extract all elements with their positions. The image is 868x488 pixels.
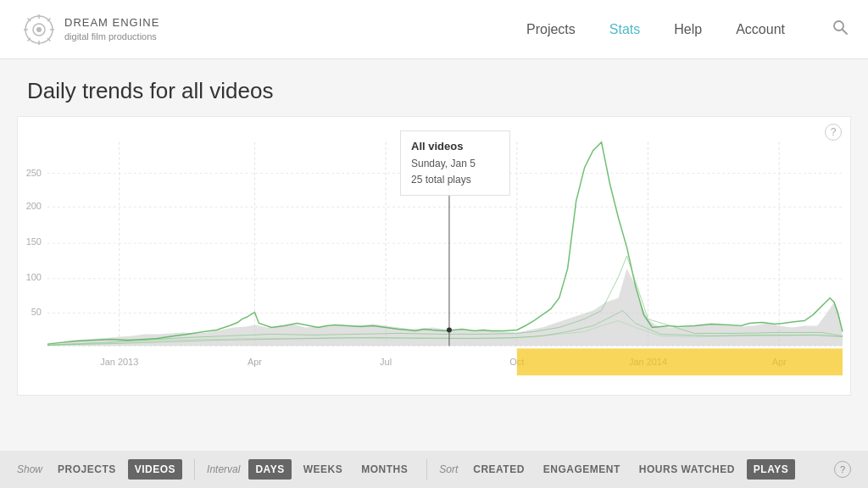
sort-hours-watched-button[interactable]: HOURS WATCHED <box>632 459 742 480</box>
sort-plays-button[interactable]: PLAYS <box>747 459 795 480</box>
nav-account[interactable]: Account <box>736 22 785 37</box>
header: DREAM ENGINE digital film productions Pr… <box>0 0 868 59</box>
nav-help[interactable]: Help <box>674 22 702 37</box>
svg-text:100: 100 <box>26 272 42 282</box>
logo-icon <box>20 11 58 48</box>
interval-label: Interval <box>207 463 240 475</box>
tooltip-title: All videos <box>411 138 499 156</box>
show-videos-button[interactable]: VIDEOS <box>128 459 182 480</box>
interval-weeks-button[interactable]: WEEKS <box>297 459 350 480</box>
bottom-bar: Show PROJECTS VIDEOS Interval DAYS WEEKS… <box>0 451 868 488</box>
show-label: Show <box>17 463 42 475</box>
tooltip-date: Sunday, Jan 5 <box>411 156 499 172</box>
svg-text:Apr: Apr <box>248 357 262 367</box>
page-title-area: Daily trends for all videos <box>0 59 868 116</box>
chart-container: ? All videos Sunday, Jan 5 25 total play… <box>17 116 851 396</box>
interval-months-button[interactable]: MONTHS <box>354 459 415 480</box>
chart-tooltip: All videos Sunday, Jan 5 25 total plays <box>400 130 510 196</box>
interval-days-button[interactable]: DAYS <box>248 459 291 480</box>
search-icon <box>832 19 848 35</box>
svg-text:50: 50 <box>31 307 42 317</box>
sort-engagement-button[interactable]: ENGAGEMENT <box>537 459 627 480</box>
sort-created-button[interactable]: CREATED <box>466 459 531 480</box>
main-nav: Projects Stats Help Account <box>526 19 848 39</box>
svg-text:Jan 2013: Jan 2013 <box>100 357 138 367</box>
separator-1 <box>194 459 195 480</box>
svg-text:Jul: Jul <box>380 357 392 367</box>
svg-point-39 <box>447 327 452 332</box>
svg-text:150: 150 <box>26 236 42 247</box>
logo: DREAM ENGINE digital film productions <box>20 11 159 48</box>
svg-point-10 <box>36 27 42 32</box>
svg-line-12 <box>843 30 847 34</box>
svg-text:250: 250 <box>26 168 42 178</box>
page-title: Daily trends for all videos <box>27 78 841 104</box>
nav-projects[interactable]: Projects <box>526 22 576 37</box>
show-projects-button[interactable]: PROJECTS <box>51 459 123 480</box>
svg-point-11 <box>834 21 843 30</box>
nav-stats[interactable]: Stats <box>609 22 640 37</box>
svg-text:200: 200 <box>26 201 42 211</box>
svg-rect-36 <box>517 348 843 375</box>
search-button[interactable] <box>832 19 848 39</box>
separator-2 <box>426 459 427 480</box>
tooltip-plays: 25 total plays <box>411 172 499 188</box>
logo-sub: digital film productions <box>64 30 159 42</box>
logo-brand: DREAM ENGINE <box>64 16 159 30</box>
bottom-bar-help-button[interactable]: ? <box>834 461 851 478</box>
sort-label: Sort <box>439 463 458 475</box>
